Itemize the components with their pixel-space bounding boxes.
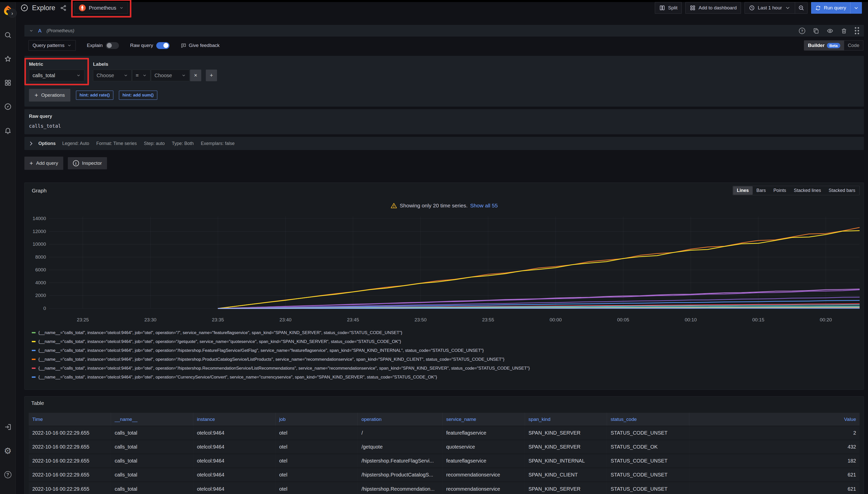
table-cell: 621 bbox=[689, 482, 860, 494]
chart-plot-area[interactable] bbox=[49, 214, 860, 316]
table-cell: 182 bbox=[689, 454, 860, 468]
dashboards-icon[interactable] bbox=[0, 74, 16, 92]
label-value-select[interactable]: Choose bbox=[151, 70, 189, 81]
warning-triangle-icon bbox=[391, 202, 397, 209]
table-cell: /getquote bbox=[358, 440, 442, 454]
x-axis-tick-label: 23:55 bbox=[482, 317, 494, 323]
graph-mode-stacked-lines[interactable]: Stacked lines bbox=[790, 186, 825, 195]
column-header-status_code[interactable]: status_code bbox=[607, 413, 689, 426]
help-icon[interactable]: ? bbox=[0, 466, 16, 484]
share-link-icon[interactable] bbox=[60, 4, 67, 12]
query-patterns-dropdown[interactable]: Query patterns bbox=[29, 40, 76, 51]
add-operations-button[interactable]: + Operations bbox=[29, 89, 70, 101]
inspector-button[interactable]: i Inspector bbox=[68, 157, 107, 169]
column-header-span_kind[interactable]: span_kind bbox=[525, 413, 607, 426]
x-axis-tick-label: 00:05 bbox=[617, 317, 629, 323]
sign-in-icon[interactable] bbox=[0, 418, 16, 436]
search-icon[interactable] bbox=[0, 26, 16, 44]
prometheus-logo-icon bbox=[79, 4, 86, 12]
column-header-operation[interactable]: operation bbox=[358, 413, 442, 426]
query-toolbar: Query patterns Explain Raw query Give fe… bbox=[24, 37, 864, 54]
chevron-down-icon bbox=[142, 73, 147, 78]
clock-icon bbox=[749, 5, 755, 11]
duplicate-query-icon[interactable] bbox=[813, 28, 819, 34]
graph-mode-stacked-bars[interactable]: Stacked bars bbox=[825, 186, 859, 195]
gear-icon[interactable]: ⚙ bbox=[0, 442, 16, 460]
label-name-select[interactable]: Choose bbox=[93, 70, 132, 81]
graph-mode-points[interactable]: Points bbox=[770, 186, 790, 195]
table-cell: otelcol:9464 bbox=[193, 454, 275, 468]
table-cell: recommendationservice bbox=[442, 468, 525, 482]
legend-item[interactable]: {__name__="calls_total", instance="otelc… bbox=[32, 355, 860, 364]
give-feedback-button[interactable]: Give feedback bbox=[181, 43, 219, 49]
graph-panel-title: Graph bbox=[29, 188, 47, 194]
query-actions-row: + Add query i Inspector bbox=[24, 157, 864, 170]
drag-handle-icon[interactable] bbox=[855, 27, 860, 35]
column-header-instance[interactable]: instance bbox=[193, 413, 275, 426]
legend-item[interactable]: {__name__="calls_total", instance="otelc… bbox=[32, 346, 860, 355]
graph-mode-switch: LinesBarsPointsStacked linesStacked bars bbox=[733, 186, 860, 195]
time-zoom-out-button[interactable] bbox=[795, 2, 808, 14]
labels-field-group: Labels Choose = bbox=[93, 61, 217, 81]
add-label-filter-button[interactable]: + bbox=[206, 70, 217, 81]
plus-icon: + bbox=[35, 92, 38, 99]
table-cell: otel bbox=[275, 468, 358, 482]
column-header-service_name[interactable]: service_name bbox=[442, 413, 525, 426]
explore-title-icon bbox=[20, 4, 29, 12]
code-mode-button[interactable]: Code bbox=[844, 41, 863, 50]
add-query-button[interactable]: + Add query bbox=[24, 157, 63, 170]
legend-item[interactable]: {__name__="calls_total", instance="otelc… bbox=[32, 328, 860, 337]
remove-label-filter-button[interactable]: × bbox=[190, 70, 201, 81]
hide-response-eye-icon[interactable] bbox=[827, 28, 833, 34]
graph-mode-lines[interactable]: Lines bbox=[733, 186, 753, 195]
star-icon[interactable] bbox=[0, 50, 16, 68]
series-limit-warning: Showing only 20 time series. Show all 55 bbox=[29, 202, 860, 209]
options-collapsed-bar[interactable]: Options Legend: AutoFormat: Time seriesS… bbox=[24, 137, 864, 150]
sidebar-expand-button[interactable]: › bbox=[7, 8, 17, 18]
query-ref-id: A bbox=[38, 28, 41, 34]
explore-compass-icon[interactable] bbox=[0, 97, 16, 116]
legend-item[interactable]: {__name__="calls_total", instance="otelc… bbox=[32, 373, 860, 382]
legend-item[interactable]: {__name__="calls_total", instance="otelc… bbox=[32, 364, 860, 373]
remove-query-trash-icon[interactable] bbox=[841, 28, 847, 34]
run-query-button[interactable]: Run query bbox=[811, 2, 862, 14]
hint-add-rate-button[interactable]: hint: add rate() bbox=[76, 91, 113, 100]
column-header-time[interactable]: Time bbox=[29, 413, 111, 426]
column-header-value[interactable]: Value bbox=[689, 413, 860, 426]
explain-toggle[interactable] bbox=[106, 42, 119, 49]
metric-label: Metric bbox=[29, 61, 84, 67]
show-all-series-link[interactable]: Show all 55 bbox=[470, 203, 498, 209]
builder-mode-button[interactable]: Builder Beta bbox=[804, 41, 844, 50]
table-cell: 2022-10-16 00:22:29.655 bbox=[29, 440, 111, 454]
legend-series-label: {__name__="calls_total", instance="otelc… bbox=[38, 330, 402, 335]
hint-add-sum-button[interactable]: hint: add sum() bbox=[119, 91, 157, 100]
table-cell: SPAN_KIND_SERVER bbox=[525, 440, 607, 454]
query-datasource-hint: (Prometheus) bbox=[47, 28, 74, 34]
alerting-bell-icon[interactable] bbox=[0, 121, 16, 140]
plus-icon: + bbox=[30, 160, 33, 167]
x-axis-tick-label: 00:10 bbox=[685, 317, 697, 323]
options-summary-item: Legend: Auto bbox=[62, 141, 89, 146]
raw-query-toggle[interactable] bbox=[156, 42, 169, 49]
table-cell: /hipstershop.ProductCatalogS... bbox=[358, 468, 442, 482]
x-axis-tick-label: 23:45 bbox=[347, 317, 359, 323]
collapse-chevron-icon[interactable] bbox=[29, 28, 34, 33]
datasource-picker[interactable]: Prometheus bbox=[74, 2, 128, 14]
run-query-dropdown[interactable] bbox=[850, 2, 862, 14]
query-editor: A (Prometheus) ? Query patterns bbox=[24, 25, 864, 150]
legend-item[interactable]: {__name__="calls_total", instance="otelc… bbox=[32, 337, 860, 346]
query-row-header[interactable]: A (Prometheus) ? bbox=[24, 25, 864, 37]
graph-panel: Graph LinesBarsPointsStacked linesStacke… bbox=[24, 183, 864, 390]
label-operator-select[interactable]: = bbox=[132, 70, 150, 81]
chevron-down-icon bbox=[67, 43, 72, 48]
table-cell: STATUS_CODE_OK bbox=[607, 440, 689, 454]
query-help-icon[interactable]: ? bbox=[799, 28, 805, 34]
metric-select[interactable]: calls_total bbox=[29, 70, 84, 81]
split-button[interactable]: Split bbox=[655, 2, 682, 14]
add-to-dashboard-button[interactable]: Add to dashboard bbox=[685, 2, 741, 14]
column-header-__name__[interactable]: __name__ bbox=[111, 413, 193, 426]
time-range-picker[interactable]: Last 1 hour bbox=[744, 2, 795, 14]
column-header-job[interactable]: job bbox=[275, 413, 358, 426]
graph-mode-bars[interactable]: Bars bbox=[753, 186, 770, 195]
table-cell: SPAN_KIND_INTERNAL bbox=[525, 454, 607, 468]
